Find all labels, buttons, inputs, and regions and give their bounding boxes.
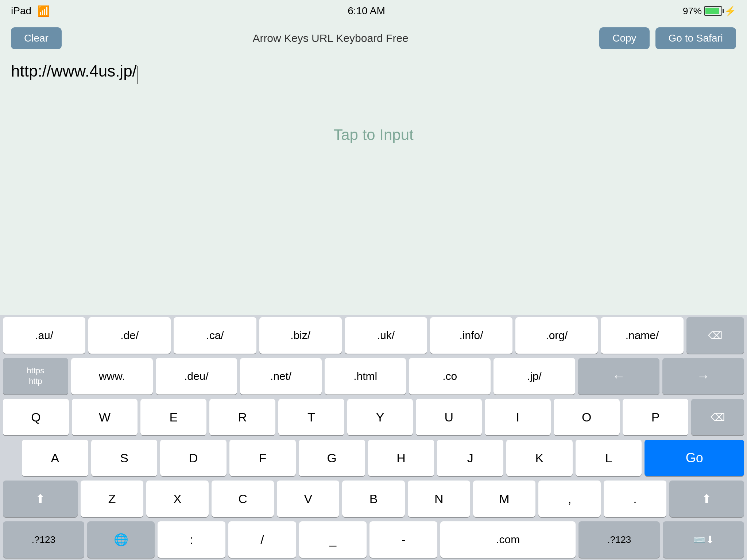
key-info[interactable]: .info/ — [430, 317, 512, 354]
key-go[interactable]: Go — [645, 440, 744, 476]
key-q[interactable]: Q — [3, 399, 69, 435]
key-underscore[interactable]: _ — [299, 521, 367, 558]
key-https-http[interactable]: httpshttp — [3, 358, 68, 394]
key-org[interactable]: .org/ — [515, 317, 598, 354]
key-slash[interactable]: / — [228, 521, 296, 558]
key-w[interactable]: W — [72, 399, 138, 435]
key-l[interactable]: L — [576, 440, 642, 476]
key-shift-right[interactable]: ⬆ — [669, 481, 744, 517]
wifi-icon: 📶 — [37, 5, 50, 17]
key-r[interactable]: R — [209, 399, 275, 435]
key-s[interactable]: S — [91, 440, 158, 476]
key-colon[interactable]: : — [158, 521, 225, 558]
key-comma[interactable]: , — [538, 481, 601, 517]
key-arrow-left[interactable]: ← — [578, 358, 660, 394]
status-time: 6:10 AM — [348, 5, 385, 17]
key-numpad-right[interactable]: .?123 — [578, 521, 660, 558]
key-co[interactable]: .co — [409, 358, 491, 394]
tap-hint-label: Tap to Input — [333, 126, 414, 144]
zxcv-row: ⬆ Z X C V B N M , . ⬆ — [0, 478, 747, 519]
asdf-row: A S D F G H J K L Go — [0, 438, 747, 478]
key-g[interactable]: G — [299, 440, 365, 476]
key-period[interactable]: . — [604, 481, 666, 517]
key-net[interactable]: .net/ — [240, 358, 322, 394]
clear-button[interactable]: Clear — [11, 27, 62, 49]
status-left: iPad 📶 — [11, 5, 50, 17]
key-u[interactable]: U — [416, 399, 482, 435]
status-right: 97% ⚡ — [683, 5, 736, 17]
key-www[interactable]: www. — [71, 358, 153, 394]
key-n[interactable]: N — [408, 481, 470, 517]
app-title: Arrow Keys URL Keyboard Free — [252, 32, 408, 44]
key-m[interactable]: M — [473, 481, 535, 517]
key-uk[interactable]: .uk/ — [345, 317, 427, 354]
key-jp[interactable]: .jp/ — [494, 358, 575, 394]
battery-icon — [704, 6, 722, 16]
key-deu[interactable]: .deu/ — [156, 358, 237, 394]
text-cursor — [138, 66, 138, 84]
go-to-safari-button[interactable]: Go to Safari — [655, 27, 736, 49]
space-row: .?123 🌐 : / _ - .com .?123 ⌨️⬇ — [0, 519, 747, 560]
status-bar: iPad 📶 6:10 AM 97% ⚡ — [0, 0, 747, 22]
key-a[interactable]: A — [22, 440, 88, 476]
key-shift-left[interactable]: ⬆ — [3, 481, 78, 517]
key-dotcom[interactable]: .com — [440, 521, 576, 558]
battery-percentage: 97% — [683, 5, 702, 17]
key-ca[interactable]: .ca/ — [174, 317, 256, 354]
key-e[interactable]: E — [140, 399, 206, 435]
toolbar: Clear Arrow Keys URL Keyboard Free Copy … — [0, 22, 747, 55]
key-c[interactable]: C — [212, 481, 274, 517]
key-o[interactable]: O — [554, 399, 620, 435]
key-au[interactable]: .au/ — [3, 317, 85, 354]
copy-button[interactable]: Copy — [599, 27, 649, 49]
key-de[interactable]: .de/ — [88, 317, 171, 354]
toolbar-left: Clear — [11, 27, 62, 49]
key-v[interactable]: V — [277, 481, 339, 517]
www-row: httpshttp www. .deu/ .net/ .html .co .jp… — [0, 356, 747, 397]
key-f[interactable]: F — [229, 440, 296, 476]
key-d[interactable]: D — [160, 440, 227, 476]
key-i[interactable]: I — [485, 399, 551, 435]
key-dash[interactable]: - — [369, 521, 437, 558]
keyboard: .au/ .de/ .ca/ .biz/ .uk/ .info/ .org/ .… — [0, 315, 747, 560]
key-p[interactable]: P — [623, 399, 689, 435]
battery-container: 97% ⚡ — [683, 5, 736, 17]
key-arrow-right[interactable]: → — [662, 358, 744, 394]
url-display-area[interactable]: http://www.4us.jp/ — [0, 55, 747, 98]
key-y[interactable]: Y — [347, 399, 413, 435]
battery-fill — [705, 8, 719, 14]
device-label: iPad — [11, 5, 31, 17]
charging-icon: ⚡ — [724, 5, 736, 17]
key-name[interactable]: .name/ — [601, 317, 683, 354]
toolbar-right: Copy Go to Safari — [599, 27, 736, 49]
key-numpad-left[interactable]: .?123 — [3, 521, 84, 558]
tap-hint-area[interactable]: Tap to Input — [0, 98, 747, 171]
key-globe[interactable]: 🌐 — [87, 521, 155, 558]
key-h[interactable]: H — [368, 440, 434, 476]
key-k[interactable]: K — [506, 440, 573, 476]
key-backspace-top[interactable]: ⌫ — [686, 317, 744, 354]
key-t[interactable]: T — [278, 399, 344, 435]
key-biz[interactable]: .biz/ — [259, 317, 342, 354]
key-j[interactable]: J — [437, 440, 503, 476]
url-text: http://www.4us.jp/ — [11, 62, 137, 80]
key-keyboard-hide[interactable]: ⌨️⬇ — [663, 521, 744, 558]
key-x[interactable]: X — [146, 481, 209, 517]
key-html[interactable]: .html — [325, 358, 406, 394]
key-backspace-qwerty[interactable]: ⌫ — [691, 399, 744, 435]
key-z[interactable]: Z — [81, 481, 143, 517]
qwerty-row: Q W E R T Y U I O P ⌫ — [0, 397, 747, 438]
key-b[interactable]: B — [342, 481, 405, 517]
domain-extension-row: .au/ .de/ .ca/ .biz/ .uk/ .info/ .org/ .… — [0, 315, 747, 356]
